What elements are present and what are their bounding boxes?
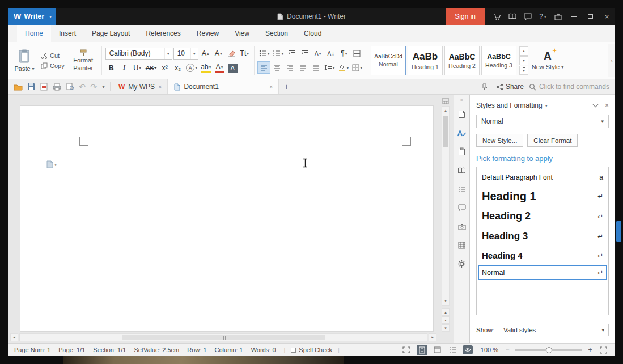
superscript-button[interactable]: x² (159, 62, 171, 74)
spell-check-toggle[interactable]: Spell Check (291, 346, 332, 353)
shading-button[interactable]: ▾ (337, 62, 350, 73)
tab-section[interactable]: Section (257, 25, 296, 42)
decrease-indent-button[interactable] (286, 48, 298, 59)
current-style-dropdown[interactable]: Normal ▾ (476, 115, 609, 128)
distribute-button[interactable] (310, 62, 322, 73)
close-button[interactable]: × (599, 8, 615, 25)
scroll-right-button[interactable]: ▸ (429, 333, 436, 341)
tab-view[interactable]: View (227, 25, 257, 42)
horizontal-scroll-track[interactable] (19, 333, 427, 341)
previous-page-button[interactable]: ▴ (442, 308, 450, 316)
export-pdf-button[interactable] (37, 79, 50, 94)
close-tab-icon[interactable]: × (158, 83, 162, 90)
redo-button[interactable]: ↷ (88, 79, 99, 94)
document-panel-button[interactable] (454, 105, 469, 124)
open-button[interactable] (11, 79, 24, 94)
tab-page-layout[interactable]: Page Layout (84, 25, 138, 42)
style-heading3-cell[interactable]: AaBbC Heading 3 (481, 46, 516, 75)
paste-button[interactable]: Paste▾ (11, 44, 37, 77)
list-item-normal-selected[interactable]: Normal ↵ (478, 265, 607, 280)
align-right-button[interactable] (284, 62, 296, 73)
find-commands-box[interactable]: Click to find commands (529, 83, 609, 91)
list-item-heading3[interactable]: Heading 3 ↵ (478, 226, 607, 246)
share-button[interactable]: Share (496, 83, 524, 91)
tab-home[interactable]: Home (17, 25, 51, 42)
bold-button[interactable]: B (105, 62, 117, 74)
grow-font-button[interactable]: A▴ (200, 48, 211, 59)
print-button[interactable] (50, 79, 63, 94)
clear-format-button[interactable]: Clear Format (527, 134, 578, 147)
save-button[interactable] (24, 79, 37, 94)
numbering-button[interactable]: ▾ (272, 48, 285, 59)
styles-list[interactable]: Default Paragraph Font a Heading 1 ↵ Hea… (476, 167, 609, 315)
sign-in-button[interactable]: Sign in (446, 8, 485, 25)
outline-view-button[interactable] (447, 345, 458, 355)
tab-cloud[interactable]: Cloud (296, 25, 329, 42)
chevron-down-icon[interactable]: ▾ (545, 103, 548, 108)
scroll-down-button[interactable]: ▾ (442, 297, 449, 305)
list-item-default-paragraph-font[interactable]: Default Paragraph Font a (478, 169, 607, 186)
highlight-button[interactable]: ab▾ (200, 62, 213, 74)
new-style-button[interactable]: A New Style▾ (530, 50, 565, 70)
font-size-combo[interactable]: 10 ▾ (173, 48, 198, 60)
list-item-heading2[interactable]: Heading 2 ↵ (478, 206, 607, 226)
settings-button[interactable] (454, 255, 469, 273)
character-shading-button[interactable]: A (227, 62, 239, 74)
page-settings-button[interactable]: ▾ (46, 160, 57, 168)
style-heading2-cell[interactable]: AaBbC Heading 2 (444, 46, 480, 75)
fit-page-button[interactable] (598, 345, 609, 355)
zoom-percent[interactable]: 100 % (481, 346, 498, 353)
help-button[interactable]: ? ▾ (535, 8, 550, 25)
feedback-button[interactable] (520, 8, 535, 25)
increase-indent-button[interactable] (299, 48, 311, 59)
ribbon-expand-button[interactable]: › (608, 44, 615, 77)
tab-references[interactable]: References (138, 25, 188, 42)
pin-tabs-button[interactable] (478, 83, 491, 91)
italic-button[interactable]: I (118, 62, 130, 74)
bullets-button[interactable]: ▾ (258, 48, 271, 59)
show-styles-dropdown[interactable]: Valid styles ▾ (499, 324, 609, 336)
underline-button[interactable]: U▾ (132, 62, 143, 74)
format-painter-button[interactable]: Format Painter (68, 49, 99, 71)
font-name-combo[interactable]: Calibri (Body) ▾ (105, 48, 172, 60)
strikethrough-button[interactable]: AB▾ (145, 62, 158, 74)
clipboard-panel-button[interactable] (454, 142, 469, 161)
copy-button[interactable]: Copy (39, 62, 66, 70)
scroll-up-button[interactable]: ▴ (442, 107, 449, 115)
gallery-scroll-down-button[interactable]: ▾ (519, 56, 528, 65)
pick-formatting-link[interactable]: Pick formatting to apply (476, 154, 609, 163)
tab-my-wps[interactable]: W My WPS × (113, 79, 168, 94)
table-panel-button[interactable] (454, 236, 469, 255)
customize-quickbar-button[interactable]: ▾ (99, 79, 108, 94)
align-center-button[interactable] (271, 62, 283, 73)
document-page[interactable]: ▾ (20, 105, 434, 332)
navigation-panel-button[interactable] (454, 180, 469, 198)
styles-formatting-panel-button[interactable] (454, 124, 469, 142)
tab-document1[interactable]: Document1 × (168, 79, 279, 94)
gallery-more-button[interactable]: ▾ (519, 66, 528, 75)
vertical-scroll-track[interactable] (442, 115, 449, 297)
ruler-toggle-button[interactable] (442, 97, 450, 105)
list-item-heading1[interactable]: Heading 1 ↵ (478, 186, 607, 206)
zoom-out-button[interactable]: − (504, 346, 511, 354)
style-normal-cell[interactable]: AaBbCcDd Normal (371, 46, 406, 75)
justify-button[interactable] (297, 62, 309, 73)
asian-layout-button[interactable]: A▾ (312, 48, 324, 59)
clear-formatting-button[interactable] (226, 48, 238, 59)
print-preview-button[interactable] (63, 79, 77, 94)
line-spacing-button[interactable]: ▾ (323, 62, 336, 73)
research-panel-button[interactable] (454, 161, 469, 180)
hidden-sidebar-handle[interactable] (616, 221, 621, 242)
font-color-button[interactable]: A▾ (214, 62, 226, 74)
shrink-font-button[interactable]: A▾ (213, 48, 224, 59)
new-style-button[interactable]: New Style... (476, 134, 523, 147)
change-case-button[interactable]: Tt▾ (239, 48, 251, 59)
vertical-scroll-thumb[interactable] (443, 116, 448, 147)
print-layout-view-button[interactable] (417, 345, 427, 355)
spell-check-checkbox[interactable] (291, 348, 296, 353)
select-browse-object-button[interactable]: • (442, 316, 450, 324)
enclosed-character-button[interactable]: A▾ (185, 62, 198, 74)
horizontal-scroll-thumb[interactable] (122, 335, 325, 340)
app-menu-button[interactable]: W Writer ▾ (8, 8, 56, 25)
scroll-left-button[interactable]: ◂ (10, 333, 18, 341)
